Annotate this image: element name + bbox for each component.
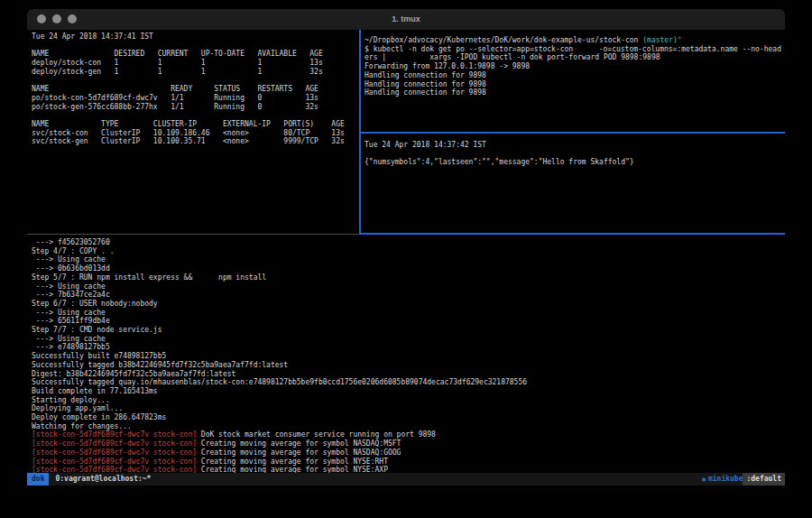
- terminal-line: NAME DESIRED CURRENT UP-TO-DATE AVAILABL…: [32, 50, 358, 59]
- terminal-line: {"numsymbols":4,"lastseen":"","message":…: [364, 158, 781, 167]
- service-response-pane[interactable]: Tue 24 Apr 2018 14:37:42 IST{"numsymbols…: [364, 141, 781, 231]
- terminal-line: Handling connection for 9898: [364, 88, 781, 97]
- terminal-line: ---> Using cache: [32, 309, 780, 318]
- terminal-line: Successfully built e74898127bb5: [32, 352, 780, 361]
- terminal-line: [stock-con-5d7df689cf-dwc7v stock-con] C…: [32, 439, 780, 449]
- session-name-badge: dok: [27, 473, 49, 486]
- terminal-line: deploy/stock-con 1 1 1 1 13s: [32, 59, 358, 68]
- terminal-line: ---> Using cache: [32, 335, 780, 344]
- kubectl-resources-pane[interactable]: Tue 24 Apr 2018 14:37:41 ISTNAME DESIRED…: [32, 32, 358, 229]
- terminal-line: Successfully tagged quay.io/mhausenblas/…: [32, 378, 780, 387]
- terminal-line: po/stock-gen-576cc688bb-277hx 1/1 Runnin…: [32, 103, 358, 112]
- terminal-line: [32, 42, 358, 51]
- terminal-line: Deploy complete in 286.647823ms: [32, 413, 780, 422]
- terminal-line: [32, 111, 358, 120]
- terminal-line: Build complete in 77.165413ms: [32, 387, 780, 396]
- pane-divider-right-horizontal[interactable]: [359, 132, 785, 134]
- terminal-line: ~/Dropbox/advocacy/Kubernetes/DoK/work/d…: [364, 36, 781, 45]
- title-bar: 1. tmux: [27, 9, 785, 30]
- terminal-line: ---> f45623052760: [32, 238, 780, 247]
- terminal-window: 1. tmux Tue 24 Apr 2018 14:37:41 ISTNAME…: [27, 9, 785, 492]
- terminal-line: Step 5/7 : RUN npm install express && np…: [32, 273, 780, 282]
- window-list-item[interactable]: 0:vagrant@localhost:~*: [49, 473, 151, 486]
- kubernetes-helm-icon: ⎈: [702, 473, 708, 486]
- tmux-status-bar: dok 0:vagrant@localhost:~* ⎈ minikube :d…: [27, 473, 785, 486]
- terminal-line: svc/stock-con ClusterIP 10.109.186.46 <n…: [32, 129, 358, 138]
- pane-divider-bottom-right[interactable]: [359, 233, 785, 235]
- kube-context-label: minikube: [708, 473, 743, 486]
- terminal-line: ---> Using cache: [32, 282, 780, 291]
- terminal-line: Handling connection for 9898: [364, 71, 781, 80]
- terminal-line: ---> e74898127bb5: [32, 343, 780, 352]
- terminal-line: [stock-con-5d7df689cf-dwc7v stock-con] D…: [32, 430, 780, 439]
- terminal-line: Handling connection for 9898: [364, 80, 781, 89]
- terminal-line: [32, 77, 358, 86]
- terminal-line: Deploying app.yaml...: [32, 404, 780, 413]
- terminal-line: [stock-con-5d7df689cf-dwc7v stock-con] C…: [32, 458, 780, 467]
- terminal-line: Watching for changes...: [32, 422, 780, 431]
- terminal-line: Starting deploy...: [32, 396, 780, 405]
- terminal-line: NAME TYPE CLUSTER-IP EXTERNAL-IP PORT(S)…: [32, 120, 358, 129]
- terminal-line: $ kubectl -n dok get po --selector=app=s…: [364, 45, 781, 54]
- terminal-line: Tue 24 Apr 2018 14:37:42 IST: [364, 141, 781, 150]
- terminal-line: Step 4/7 : COPY . .: [32, 247, 780, 256]
- terminal-line: ---> 0b636bd013dd: [32, 264, 780, 273]
- terminal-line: ---> 65611ff9db4e: [32, 317, 780, 326]
- pane-divider-bottom-left[interactable]: [27, 234, 359, 235]
- terminal-line: Successfully tagged b38b42246945fd7f32c5…: [32, 361, 780, 370]
- terminal-line: Forwarding from 127.0.0.1:9898 -> 9898: [364, 62, 781, 71]
- terminal-line: ---> 7b6347ce2a4c: [32, 291, 780, 300]
- window-title: 1. tmux: [27, 9, 785, 30]
- terminal-line: po/stock-con-5d7df689cf-dwc7v 1/1 Runnin…: [32, 94, 358, 103]
- terminal-line: ---> Using cache: [32, 255, 780, 264]
- terminal-line: svc/stock-gen ClusterIP 10.100.35.71 <no…: [32, 137, 358, 146]
- terminal-line: Tue 24 Apr 2018 14:37:41 IST: [32, 32, 358, 42]
- terminal-line: Digest: b38b42246945fd7f32c5ba9aea7af7fd…: [32, 370, 780, 379]
- status-right-section: ⎈ minikube :default: [702, 473, 785, 486]
- kube-namespace-label: :default: [743, 473, 785, 486]
- terminal-line: NAME READY STATUS RESTARTS AGE: [32, 85, 358, 94]
- port-forward-pane[interactable]: ~/Dropbox/advocacy/Kubernetes/DoK/work/d…: [364, 36, 781, 130]
- terminal-line: [364, 150, 781, 159]
- terminal-line: [stock-con-5d7df689cf-dwc7v stock-con] C…: [32, 449, 780, 458]
- terminal-line: deploy/stock-gen 1 1 1 1 32s: [32, 68, 358, 77]
- terminal-line: Step 6/7 : USER nobody:nobody: [32, 300, 780, 309]
- terminal-line: Step 7/7 : CMD node service.js: [32, 326, 780, 335]
- tmux-terminal: Tue 24 Apr 2018 14:37:41 ISTNAME DESIRED…: [27, 30, 785, 492]
- terminal-line: ers | xargs -IPOD kubectl -n dok port-fo…: [364, 53, 781, 62]
- skaffold-log-pane[interactable]: ---> f45623052760Step 4/7 : COPY . . ---…: [32, 238, 780, 476]
